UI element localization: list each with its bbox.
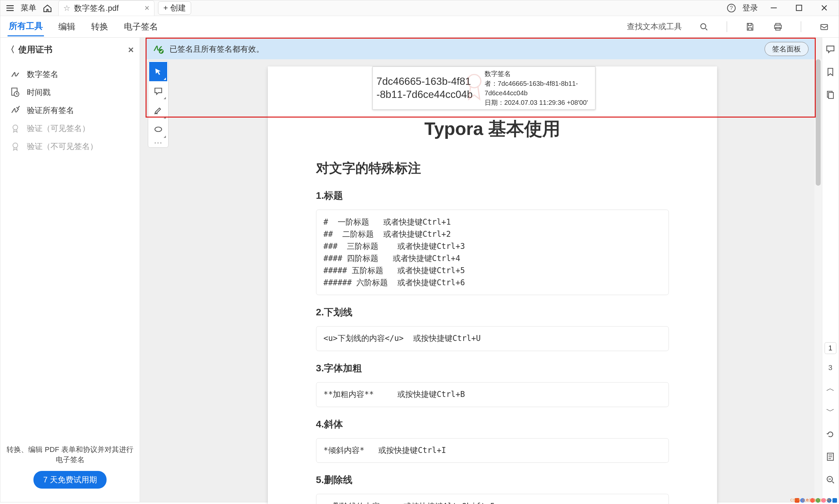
svg-rect-13 xyxy=(828,92,834,98)
tray-icon xyxy=(833,498,837,503)
page-total: 3 xyxy=(828,363,833,372)
star-icon[interactable]: ☆ xyxy=(63,4,70,13)
document-tab[interactable]: ☆ 数字签名.pdf × xyxy=(58,0,155,16)
sidebar-item-digital-sign[interactable]: 数字签名 xyxy=(0,65,140,83)
sig-label: 数字签名 xyxy=(484,70,511,77)
annotation-tool-tray: ⋯ xyxy=(148,60,168,148)
share-button[interactable] xyxy=(817,19,832,34)
sec5-title: 5.删除线 xyxy=(316,473,669,487)
titlebar: 菜单 ☆ 数字签名.pdf × + 创建 ? 登录 xyxy=(0,0,839,16)
menu-edit[interactable]: 编辑 xyxy=(57,17,77,36)
page-fit-button[interactable] xyxy=(824,450,837,463)
clock-document-icon xyxy=(10,87,21,97)
create-button[interactable]: + 创建 xyxy=(158,1,191,14)
certificate-icon xyxy=(10,123,21,134)
sidebar-title: 使用证书 xyxy=(18,44,52,55)
signature-status-text: 已签名且所有签名都有效。 xyxy=(170,44,264,54)
page-current[interactable]: 1 xyxy=(825,342,836,354)
sec5-code: ~~删除线的内容~~ 或按快捷键Alt+Shift+5 xyxy=(316,494,669,504)
certificate-icon xyxy=(10,141,21,152)
create-label: 创建 xyxy=(170,3,186,13)
sidebar-header: 〈 使用证书 × xyxy=(0,40,140,59)
sig-signer-label: 者： xyxy=(484,80,498,87)
sec2-code: <u>下划线的内容</u> 或按快捷键Ctrl+U xyxy=(316,326,669,351)
window-maximize-button[interactable] xyxy=(787,1,811,15)
tab-title: 数字签名.pdf xyxy=(74,3,119,14)
verify-icon xyxy=(10,105,21,116)
signature-icon xyxy=(10,69,21,79)
bookmark-panel-icon[interactable] xyxy=(824,65,837,78)
sidebar-item-timestamp[interactable]: 时间戳 xyxy=(0,83,140,101)
home-button[interactable] xyxy=(40,1,54,15)
zoom-button[interactable] xyxy=(824,473,837,486)
signature-field[interactable]: 7dc46665-163b-4f81 -8b11-7d6ce44cc04b 数字… xyxy=(373,67,595,110)
comment-panel-icon[interactable] xyxy=(824,42,837,56)
footer-description: 转换、编辑 PDF 表单和协议并对其进行电子签名 xyxy=(6,445,134,465)
sec1-code: # 一阶标题 或者快捷键Ctrl+1 ## 二阶标题 或者快捷键Ctrl+2 #… xyxy=(316,210,669,295)
sidebar-item-label: 验证（可见签名） xyxy=(27,123,90,133)
tray-text: 中 xyxy=(806,498,809,503)
help-button[interactable]: ? xyxy=(724,1,739,15)
comment-tool[interactable] xyxy=(149,81,167,101)
sidebar-item-label: 验证（不可见签名） xyxy=(27,141,98,151)
sig-signer-value: 7dc46665-163b-4f81-8b11-7d6ce44cc04b xyxy=(484,80,578,96)
menu-convert[interactable]: 转换 xyxy=(90,17,109,36)
sidebar: 〈 使用证书 × 数字签名 时间戳 验证所有签名 验证（可见签名） 验证（不可见… xyxy=(0,38,140,502)
doc-h2: 对文字的特殊标注 xyxy=(316,159,669,177)
svg-point-17 xyxy=(155,127,161,132)
tray-icon xyxy=(795,498,799,503)
sec1-title: 1.标题 xyxy=(316,189,669,202)
highlight-tool[interactable] xyxy=(149,101,167,120)
signature-status-bar: 已签名且所有签名都有效。 签名面板 xyxy=(147,39,815,59)
system-tray: 中 xyxy=(795,498,837,503)
svg-rect-2 xyxy=(796,5,802,11)
find-label: 查找文本或工具 xyxy=(627,21,682,32)
svg-point-10 xyxy=(13,125,18,130)
svg-point-3 xyxy=(701,23,705,29)
page-down-button[interactable]: ﹀ xyxy=(824,404,837,417)
tray-icon xyxy=(810,498,815,503)
login-link[interactable]: 登录 xyxy=(742,3,758,13)
svg-point-11 xyxy=(13,143,18,148)
save-button[interactable] xyxy=(743,19,757,34)
hamburger-menu-button[interactable] xyxy=(3,1,17,15)
plus-icon: + xyxy=(163,3,168,13)
free-trial-button[interactable]: 7 天免费试用期 xyxy=(33,471,106,489)
sig-date-label: 日期： xyxy=(484,99,504,106)
tray-icon xyxy=(800,498,805,503)
right-rail: 1 3 ︿ ﹀ xyxy=(822,38,839,502)
select-tool[interactable] xyxy=(149,62,167,81)
sidebar-item-verify-visible: 验证（可见签名） xyxy=(0,120,140,138)
sidebar-item-label: 数字签名 xyxy=(27,69,58,79)
draw-tool[interactable] xyxy=(149,120,167,139)
sidebar-item-verify-all[interactable]: 验证所有签名 xyxy=(0,102,140,120)
scrollbar-thumb[interactable] xyxy=(816,59,821,186)
sec4-title: 4.斜体 xyxy=(316,418,669,431)
search-icon[interactable] xyxy=(697,19,711,34)
toolbar: 所有工具 编辑 转换 电子签名 查找文本或工具 xyxy=(0,16,839,38)
tray-icon xyxy=(816,498,820,503)
signature-valid-icon xyxy=(153,43,164,54)
close-tab-button[interactable]: × xyxy=(144,3,150,13)
back-icon[interactable]: 〈 xyxy=(6,44,15,55)
window-close-button[interactable] xyxy=(812,1,836,15)
signature-id-line1: 7dc46665-163b-4f81 xyxy=(376,75,483,88)
window-minimize-button[interactable] xyxy=(761,1,786,15)
rotate-button[interactable] xyxy=(824,427,837,440)
signature-panel-button[interactable]: 签名面板 xyxy=(765,42,808,56)
close-panel-button[interactable]: × xyxy=(128,44,134,55)
svg-rect-7 xyxy=(821,24,828,29)
menu-all-tools[interactable]: 所有工具 xyxy=(7,17,44,36)
pdf-page: Typora 基本使用 对文字的特殊标注 1.标题 # 一阶标题 或者快捷键Ct… xyxy=(268,67,717,504)
vertical-scrollbar[interactable] xyxy=(815,59,822,502)
page-up-button[interactable]: ︿ xyxy=(824,382,837,395)
sidebar-footer: 转换、编辑 PDF 表单和协议并对其进行电子签名 7 天免费试用期 xyxy=(0,437,140,502)
menu-esign[interactable]: 电子签名 xyxy=(123,17,159,36)
svg-text:?: ? xyxy=(730,5,733,11)
tray-icon xyxy=(827,498,832,503)
sec3-title: 3.字体加粗 xyxy=(316,362,669,375)
print-button[interactable] xyxy=(770,19,785,34)
sec2-title: 2.下划线 xyxy=(316,306,669,319)
tool-tray-expand[interactable]: ⋯ xyxy=(149,139,167,146)
pages-panel-icon[interactable] xyxy=(824,88,837,101)
